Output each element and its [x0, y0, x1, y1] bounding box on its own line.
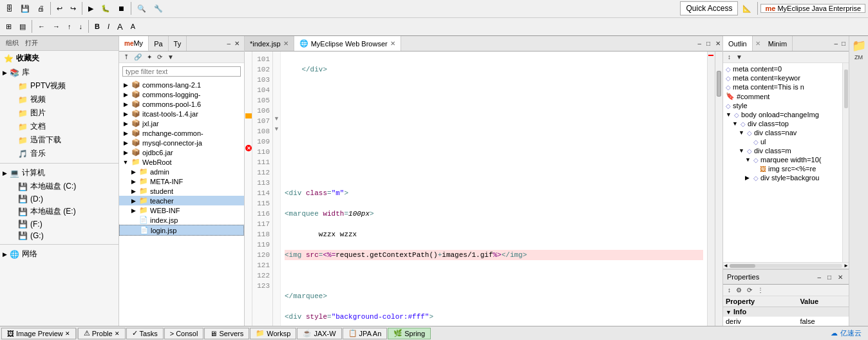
toolbar-arrow-back[interactable]: ←	[35, 21, 48, 32]
properties-sort-btn[interactable]: ↕	[726, 286, 733, 294]
organize-btn[interactable]: 组织	[4, 38, 21, 48]
outline-maximize[interactable]: □	[840, 39, 847, 48]
tree-item-drive-c[interactable]: 💾 本地磁盘 (C:)	[0, 180, 118, 193]
outline-minimize[interactable]: –	[832, 39, 840, 48]
tree-item-network[interactable]: ▶ 🌐 网络	[0, 247, 118, 261]
project-item-commons-lang[interactable]: ▶ 📦 commons-lang-2.1	[119, 80, 244, 90]
vscroll-thumb[interactable]	[717, 71, 721, 97]
outline-scroll-right[interactable]: ►	[844, 263, 849, 269]
properties-close[interactable]: ✕	[836, 273, 845, 281]
tree-item-computer[interactable]: ▶ 💻 计算机	[0, 166, 118, 180]
outline-item-div-top[interactable]: ▼ ◇ div class=top	[724, 119, 841, 128]
problems-close[interactable]: ✕	[115, 330, 120, 337]
outline-vscrollbar[interactable]	[842, 63, 849, 262]
properties-refresh-btn[interactable]: ⟳	[745, 286, 754, 294]
toolbar-arrow-fwd[interactable]: →	[50, 21, 63, 32]
toolbar-italic-btn[interactable]: I	[104, 21, 113, 32]
toolbar-refactor-btn[interactable]: 🔧	[151, 3, 166, 15]
toolbar-print-btn[interactable]: 🖨	[34, 3, 48, 14]
tab-outline[interactable]: Outlin	[723, 36, 753, 51]
project-item-index-jsp[interactable]: 📄 index.jsp	[119, 215, 244, 225]
outline-sort-btn[interactable]: ↕	[726, 53, 733, 61]
outline-item-ul[interactable]: ◇ ul	[724, 137, 841, 146]
refresh-btn[interactable]: ⟳	[155, 53, 164, 61]
panel-close-btn[interactable]: ✕	[232, 39, 241, 48]
bottom-tab-servers[interactable]: 🖥 Servers	[204, 328, 249, 339]
tree-item-video[interactable]: 📁 视频	[0, 93, 118, 106]
bottom-tab-jaxw[interactable]: ☕ JAX-W	[297, 328, 341, 339]
outline-item-style[interactable]: ◇ style	[724, 101, 841, 110]
link-editor-btn[interactable]: 🔗	[132, 53, 144, 61]
toolbar-save-btn[interactable]: 💾	[17, 3, 33, 15]
tab-pa[interactable]: Pa	[149, 36, 168, 51]
image-preview-close[interactable]: ✕	[65, 330, 70, 337]
toolbar-bold-btn[interactable]: B	[91, 21, 103, 32]
outline-item-marquee[interactable]: ▼ ◇ marquee width=10(	[724, 155, 841, 164]
toolbar-file-btn[interactable]: 🗄	[3, 3, 16, 14]
tree-item-library[interactable]: ▶ 📚 库	[0, 66, 118, 79]
project-item-commons-pool[interactable]: ▶ 📦 commons-pool-1.6	[119, 99, 244, 109]
bottom-tab-jpaan[interactable]: 📋 JPA An	[343, 328, 388, 339]
tree-item-images[interactable]: 📁 图片	[0, 106, 118, 120]
project-item-student[interactable]: ▶ 📁 student	[119, 186, 244, 196]
project-item-mchange[interactable]: ▶ 📦 mchange-common-	[119, 128, 244, 138]
bottom-tab-image-preview[interactable]: 🖼 Image Preview ✕	[1, 328, 76, 339]
editor-minimize[interactable]: –	[695, 39, 703, 48]
bottom-tab-spring[interactable]: 🌿 Spring	[388, 328, 431, 339]
toolbar-perspective-btn[interactable]: 📐	[739, 3, 755, 15]
bottom-tab-tasks[interactable]: ✓ Tasks	[126, 328, 164, 339]
toolbar-run-btn[interactable]: ▶	[85, 3, 97, 15]
filter-input[interactable]	[122, 66, 241, 77]
project-item-itcast[interactable]: ▶ 📦 itcast-tools-1.4.jar	[119, 109, 244, 118]
editor-vscrollbar[interactable]	[715, 52, 722, 326]
properties-minimize[interactable]: –	[815, 273, 823, 281]
bottom-tab-worksp[interactable]: 📁 Worksp	[250, 328, 296, 339]
tree-item-pptv[interactable]: 📁 PPTV视频	[0, 79, 118, 93]
outline-hscrollbar[interactable]: ◄ ►	[723, 262, 849, 269]
toolbar-layout-btn[interactable]: ▤	[16, 21, 29, 33]
outline-item-meta2[interactable]: ◇ meta content=keywor	[724, 73, 841, 82]
project-item-mysql[interactable]: ▶ 📦 mysql-connector-ja	[119, 138, 244, 147]
toolbar-font-btn-a1[interactable]: A	[114, 20, 126, 33]
properties-more-btn[interactable]: ⋮	[755, 286, 766, 294]
project-item-web-inf[interactable]: ▶ 📁 WEB-INF	[119, 205, 244, 215]
tree-item-xunlei[interactable]: 📁 迅雷下载	[0, 133, 118, 147]
project-item-ojdbc[interactable]: ▶ 📦 ojdbc6.jar	[119, 147, 244, 157]
project-item-meta-inf[interactable]: ▶ 📁 META-INF	[119, 176, 244, 186]
outline-item-comment[interactable]: 🔖 #comment	[724, 91, 841, 101]
bottom-tab-consol[interactable]: > Consol	[164, 328, 204, 339]
toolbar-font-btn-a2[interactable]: A	[127, 21, 138, 32]
project-item-teacher[interactable]: ▶ 📁 teacher	[119, 196, 244, 205]
outline-filter-btn[interactable]: ▼	[734, 53, 744, 61]
toolbar-redo-btn[interactable]: ↪	[67, 3, 79, 15]
project-item-login-jsp[interactable]: 📄 login.jsp	[119, 225, 244, 236]
tree-item-drive-d[interactable]: 💾 (D:)	[0, 193, 118, 205]
outline-item-div-nav[interactable]: ▼ ◇ div class=nav	[724, 128, 841, 137]
outline-item-img[interactable]: 🖼 img src=<%=re	[724, 164, 841, 173]
code-content[interactable]: </div> <div class="m"> <marquee width=10…	[281, 52, 707, 326]
bottom-tab-problems[interactable]: ⚠ Proble ✕	[78, 328, 126, 339]
toolbar-debug-btn[interactable]: 🐛	[98, 3, 113, 15]
close-web-browser[interactable]: ✕	[390, 40, 395, 47]
project-item-jxl[interactable]: ▶ 📦 jxl.jar	[119, 118, 244, 128]
prop-row-deriv[interactable]: deriv false	[723, 317, 849, 326]
open-btn[interactable]: 打开	[23, 38, 40, 48]
favorites-header[interactable]: ⭐ 收藏夹	[0, 51, 118, 66]
fold-marker-108[interactable]: ▼	[273, 124, 280, 134]
outline-hscroll-thumb[interactable]	[730, 264, 755, 268]
toolbar-grid-btn[interactable]: ⊞	[3, 21, 15, 33]
outline-item-div-style[interactable]: ▶ ◇ div style=backgrou	[724, 173, 841, 182]
tree-item-docs[interactable]: 📁 文档	[0, 120, 118, 133]
outline-scroll-thumb[interactable]	[844, 70, 848, 108]
toolbar-arrow-up[interactable]: ↑	[64, 21, 75, 32]
collapse-all-btn[interactable]: ⤒	[122, 53, 131, 61]
panel-minimize-btn[interactable]: –	[225, 39, 232, 48]
tab-ty[interactable]: Ty	[169, 36, 187, 51]
project-item-webroot[interactable]: ▼ 📁 WebRoot	[119, 157, 244, 167]
tree-item-drive-g[interactable]: 💾 (G:)	[0, 230, 118, 241]
properties-filter-btn[interactable]: ⚙	[734, 286, 744, 294]
toolbar-arrow-down[interactable]: ↓	[76, 21, 86, 32]
new-btn[interactable]: ✦	[145, 53, 154, 61]
outline-scroll-left[interactable]: ◄	[723, 263, 728, 269]
close-index-jsp[interactable]: ✕	[283, 40, 288, 47]
